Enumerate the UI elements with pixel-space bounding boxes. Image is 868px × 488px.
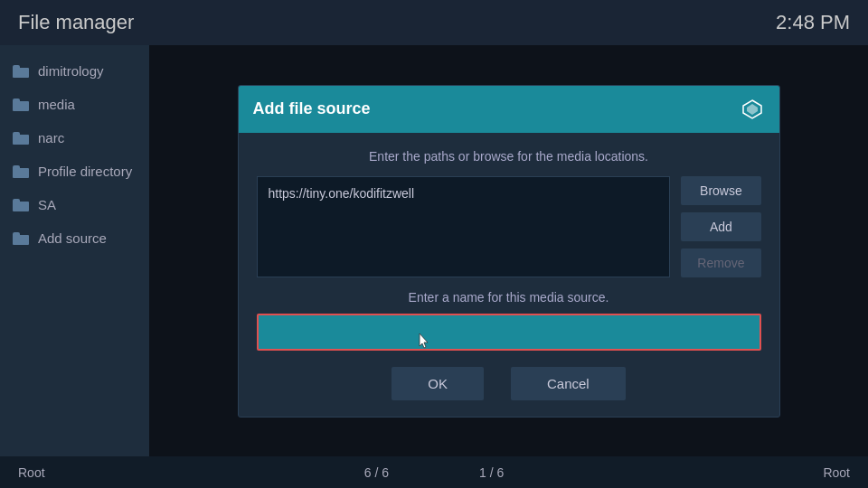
sidebar-item-label: Profile directory [38,164,132,179]
folder-icon [13,199,29,211]
kodi-logo-icon [740,97,765,122]
cancel-button[interactable]: Cancel [511,367,626,400]
clock: 2:48 PM [776,11,850,34]
source-path-display[interactable]: https://tiny.one/kodifitzwell [257,176,671,277]
sidebar-item-sa[interactable]: SA [0,188,149,221]
bottom-center-right: 1 / 6 [479,465,504,480]
sidebar-item-label: narc [38,130,64,145]
folder-icon [13,99,29,111]
folder-icon [13,232,29,245]
sidebar-item-label: SA [38,197,56,212]
bottom-center: 6 / 6 1 / 6 [364,465,505,480]
browse-button[interactable]: Browse [681,176,760,205]
name-input-wrapper [257,314,761,351]
dialog-body: Enter the paths or browse for the media … [239,133,779,417]
folder-icon [13,165,29,178]
dialog-header: Add file source [239,86,779,133]
sidebar-item-label: dimitrology [38,63,104,79]
dialog-overlay: Add file source Enter the paths or brows… [149,45,868,456]
folder-icon [13,65,29,78]
top-bar: File manager 2:48 PM [0,0,868,45]
svg-marker-1 [747,104,758,115]
dialog-title: Add file source [253,99,371,118]
sidebar-item-label: Add source [38,230,107,246]
source-row: https://tiny.one/kodifitzwell Browse Add… [257,176,761,277]
dialog-actions: OK Cancel [257,367,761,400]
name-instruction: Enter a name for this media source. [257,290,761,305]
sidebar-item-profile-directory[interactable]: Profile directory [0,155,149,188]
sidebar-item-add-source[interactable]: Add source [0,221,149,255]
dialog-top-instruction: Enter the paths or browse for the media … [257,149,761,164]
remove-button[interactable]: Remove [681,249,760,277]
bottom-left: Root [18,465,45,480]
sidebar-item-dimitrology[interactable]: dimitrology [0,54,149,88]
bottom-bar: Root 6 / 6 1 / 6 Root [0,456,868,488]
sidebar: dimitrology media narc Profile directory… [0,45,149,456]
source-buttons: Browse Add Remove [681,176,760,277]
sidebar-item-media[interactable]: media [0,88,149,121]
sidebar-item-narc[interactable]: narc [0,121,149,155]
ok-button[interactable]: OK [392,367,484,400]
sidebar-item-label: media [38,97,75,112]
media-source-name-input[interactable] [257,314,761,351]
folder-icon [13,132,29,145]
add-file-source-dialog: Add file source Enter the paths or brows… [238,85,780,418]
add-button[interactable]: Add [681,212,760,241]
app-title: File manager [18,11,134,34]
bottom-right: Root [823,465,850,480]
bottom-center-left: 6 / 6 [364,465,389,480]
